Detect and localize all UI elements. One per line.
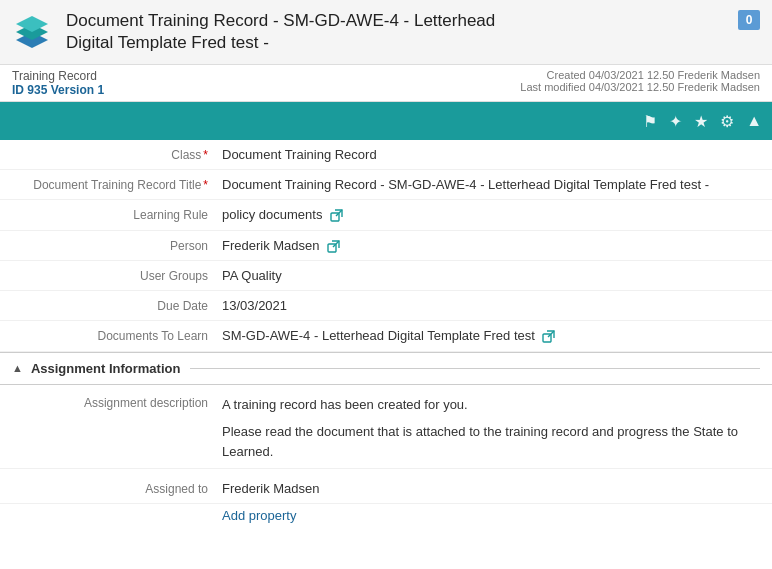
meta-row: Training Record ID 935 Version 1 Created… bbox=[0, 65, 772, 102]
assignment-desc-value: A training record has been created for y… bbox=[222, 395, 760, 462]
learning-rule-label: Learning Rule bbox=[12, 207, 222, 222]
doc-title-label: Document Training Record Title bbox=[12, 177, 222, 192]
app-logo bbox=[12, 12, 52, 52]
person-value: Frederik Madsen bbox=[222, 238, 760, 254]
modified-info: Last modified 04/03/2021 12.50 Frederik … bbox=[520, 81, 760, 93]
docs-to-learn-ext-link-icon[interactable] bbox=[542, 330, 556, 344]
due-date-label: Due Date bbox=[12, 298, 222, 313]
add-property-link[interactable]: Add property bbox=[222, 508, 296, 523]
gear-icon[interactable]: ⚙ bbox=[720, 112, 734, 131]
learning-rule-field-row: Learning Rule policy documents bbox=[0, 200, 772, 231]
user-groups-value: PA Quality bbox=[222, 268, 760, 283]
assignment-desc-label: Assignment description bbox=[12, 395, 222, 410]
learning-rule-ext-link-icon[interactable] bbox=[330, 209, 344, 223]
record-type: Training Record bbox=[12, 69, 104, 83]
class-label: Class bbox=[12, 147, 222, 162]
meta-left: Training Record ID 935 Version 1 bbox=[12, 69, 104, 97]
record-id: ID 935 Version 1 bbox=[12, 83, 104, 97]
assignment-section-title: Assignment Information bbox=[31, 361, 181, 376]
assigned-to-label: Assigned to bbox=[12, 481, 222, 496]
chevron-icon[interactable]: ▲ bbox=[746, 112, 762, 130]
flag-icon[interactable]: ⚑ bbox=[643, 112, 657, 131]
assignment-desc-para1: A training record has been created for y… bbox=[222, 395, 760, 415]
learning-rule-value: policy documents bbox=[222, 207, 760, 223]
class-value: Document Training Record bbox=[222, 147, 760, 162]
person-ext-link-icon[interactable] bbox=[327, 239, 341, 253]
title-line1: Document Training Record - SM-GD-AWE-4 -… bbox=[66, 11, 495, 30]
notification-badge[interactable]: 0 bbox=[738, 10, 760, 30]
assigned-to-field-row: Assigned to Frederik Madsen bbox=[0, 469, 772, 504]
docs-to-learn-value: SM-GD-AWE-4 - Letterhead Digital Templat… bbox=[222, 328, 760, 344]
created-info: Created 04/03/2021 12.50 Frederik Madsen bbox=[520, 69, 760, 81]
title-line2: Digital Template Fred test - bbox=[66, 33, 269, 52]
add-property-spacer bbox=[12, 508, 222, 509]
add-property-row: Add property bbox=[0, 504, 772, 530]
app-header: Document Training Record - SM-GD-AWE-4 -… bbox=[0, 0, 772, 65]
due-date-field-row: Due Date 13/03/2021 bbox=[0, 291, 772, 321]
assignment-section-header[interactable]: ▲ Assignment Information bbox=[0, 352, 772, 385]
doc-title-field-row: Document Training Record Title Document … bbox=[0, 170, 772, 200]
class-field-row: Class Document Training Record bbox=[0, 140, 772, 170]
user-groups-label: User Groups bbox=[12, 268, 222, 283]
doc-title-value: Document Training Record - SM-GD-AWE-4 -… bbox=[222, 177, 760, 192]
meta-right: Created 04/03/2021 12.50 Frederik Madsen… bbox=[520, 69, 760, 97]
assignment-desc-field-row: Assignment description A training record… bbox=[0, 385, 772, 470]
assigned-to-value: Frederik Madsen bbox=[222, 481, 760, 496]
assignment-desc-para2: Please read the document that is attache… bbox=[222, 422, 760, 461]
header-title: Document Training Record - SM-GD-AWE-4 -… bbox=[66, 10, 495, 54]
collapse-icon: ▲ bbox=[12, 362, 23, 374]
person-label: Person bbox=[12, 238, 222, 253]
docs-to-learn-field-row: Documents To Learn SM-GD-AWE-4 - Letterh… bbox=[0, 321, 772, 352]
due-date-value: 13/03/2021 bbox=[222, 298, 760, 313]
person-field-row: Person Frederik Madsen bbox=[0, 231, 772, 262]
user-groups-field-row: User Groups PA Quality bbox=[0, 261, 772, 291]
section-divider bbox=[190, 368, 760, 369]
star-icon[interactable]: ★ bbox=[694, 112, 708, 131]
add-property-container: Add property bbox=[222, 508, 760, 523]
toolbar: ⚑ ✦ ★ ⚙ ▲ bbox=[0, 102, 772, 140]
docs-to-learn-label: Documents To Learn bbox=[12, 328, 222, 343]
star-outline-icon[interactable]: ✦ bbox=[669, 112, 682, 131]
content-area: Class Document Training Record Document … bbox=[0, 140, 772, 530]
